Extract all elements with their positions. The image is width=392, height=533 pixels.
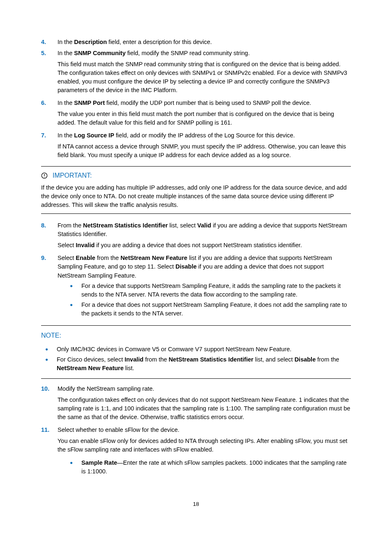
step-10: 10. Modify the NetStream sampling rate. bbox=[41, 385, 351, 393]
bullet-text: For Cisco devices, select Invalid from t… bbox=[57, 355, 351, 373]
step-5-number: 5. bbox=[41, 49, 58, 58]
step-5: 5. In the SNMP Community field, modify t… bbox=[41, 49, 351, 58]
important-box: IMPORTANT: If the device you are adding … bbox=[41, 166, 351, 214]
bullet-icon: ● bbox=[45, 355, 57, 364]
bold: Description bbox=[74, 39, 107, 45]
note-bullet-1: ● Only IMC/H3C devices in Comware V5 or … bbox=[45, 345, 351, 354]
text: field, modify the UDP port number that i… bbox=[105, 100, 311, 106]
step-7-text: In the Log Source IP field, add or modif… bbox=[58, 131, 351, 140]
text: From the bbox=[58, 222, 83, 229]
bold: Enable bbox=[76, 255, 95, 261]
step-7-paragraph: If NTA cannot access a device through SN… bbox=[58, 142, 351, 160]
text: list, and select bbox=[254, 356, 295, 363]
step-5-text: In the SNMP Community field, modify the … bbox=[58, 49, 351, 58]
text: —Enter the rate at which sFlow samples p… bbox=[81, 459, 347, 475]
important-body: If the device you are adding has multipl… bbox=[41, 183, 351, 209]
text: list, select bbox=[168, 222, 197, 229]
step-11-text: Select whether to enable sFlow for the d… bbox=[58, 426, 351, 434]
bullet-icon: ● bbox=[70, 282, 81, 291]
text: field, add or modify the IP address of t… bbox=[114, 132, 295, 139]
note-label: NOTE: bbox=[41, 331, 351, 340]
bold: Disable bbox=[175, 263, 197, 270]
bold: Valid bbox=[197, 222, 211, 229]
step-9-text: Select Enable from the NetStream New Fea… bbox=[58, 254, 351, 319]
step-8-number: 8. bbox=[41, 221, 58, 230]
step-6-paragraph: The value you enter in this field must m… bbox=[58, 110, 351, 127]
bullet-text: Only IMC/H3C devices in Comware V5 or Co… bbox=[57, 345, 351, 354]
note-box: NOTE: ● Only IMC/H3C devices in Comware … bbox=[41, 325, 351, 379]
step-11-number: 11. bbox=[41, 426, 58, 434]
text: list. bbox=[124, 365, 134, 371]
step-4-text: In the Description field, enter a descri… bbox=[58, 38, 351, 46]
text: field, modify the SNMP read community st… bbox=[126, 50, 250, 56]
step-11-bullet-1: ● Sample Rate—Enter the rate at which sF… bbox=[70, 459, 351, 476]
step-6-text: In the SNMP Port field, modify the UDP p… bbox=[58, 99, 351, 107]
step-8: 8. From the NetStream Statistics Identif… bbox=[41, 221, 351, 239]
text: In the bbox=[58, 100, 74, 106]
text: Select bbox=[58, 242, 76, 248]
step-5-paragraph: This field must match the SNMP read comm… bbox=[58, 60, 351, 95]
step-8-text: From the NetStream Statistics Identifier… bbox=[58, 221, 351, 239]
step-6: 6. In the SNMP Port field, modify the UD… bbox=[41, 99, 351, 107]
note-body: ● Only IMC/H3C devices in Comware V5 or … bbox=[41, 345, 351, 373]
note-bullet-2: ● For Cisco devices, select Invalid from… bbox=[45, 355, 351, 373]
text: For Cisco devices, select bbox=[57, 356, 125, 363]
bullet-icon: ● bbox=[45, 345, 57, 354]
step-10-paragraph: The configuration takes effect on only d… bbox=[58, 396, 351, 422]
step-11-bullets: ● Sample Rate—Enter the rate at which sF… bbox=[58, 459, 351, 476]
important-icon bbox=[41, 172, 53, 179]
text: Select bbox=[58, 255, 76, 261]
text: from the bbox=[143, 356, 168, 363]
important-label: IMPORTANT: bbox=[53, 171, 92, 180]
bullet-icon: ● bbox=[70, 301, 81, 310]
text: if you are adding a device that does not… bbox=[95, 242, 302, 248]
text: In the bbox=[58, 132, 74, 139]
step-8-paragraph: Select Invalid if you are adding a devic… bbox=[58, 241, 351, 250]
bullet-icon: ● bbox=[70, 459, 81, 468]
step-10-number: 10. bbox=[41, 385, 58, 393]
bold: SNMP Community bbox=[74, 50, 125, 56]
step-9: 9. Select Enable from the NetStream New … bbox=[41, 254, 351, 319]
step-10-text: Modify the NetStream sampling rate. bbox=[58, 385, 351, 393]
bold: Disable bbox=[295, 356, 316, 363]
bold: Invalid bbox=[125, 356, 143, 363]
bullet-text: Sample Rate—Enter the rate at which sFlo… bbox=[81, 459, 351, 476]
text: from the bbox=[316, 356, 339, 363]
step-6-number: 6. bbox=[41, 99, 58, 107]
bullet-text: For a device that supports NetStream Sam… bbox=[81, 282, 351, 299]
step-9-number: 9. bbox=[41, 254, 58, 262]
step-7-number: 7. bbox=[41, 131, 58, 140]
step-4: 4. In the Description field, enter a des… bbox=[41, 38, 351, 46]
bold: SNMP Port bbox=[74, 100, 105, 106]
bold: NetStream New Feature bbox=[57, 365, 124, 371]
bold: Invalid bbox=[76, 242, 95, 248]
step-9-bullet-1: ● For a device that supports NetStream S… bbox=[70, 282, 351, 299]
step-11: 11. Select whether to enable sFlow for t… bbox=[41, 426, 351, 434]
bold: NetStream Statistics Identifier bbox=[83, 222, 168, 229]
step-9-bullet-2: ● For a device that does not support Net… bbox=[70, 301, 351, 318]
step-4-number: 4. bbox=[41, 38, 58, 46]
bold: Sample Rate bbox=[81, 459, 117, 466]
page-number: 18 bbox=[0, 500, 392, 508]
svg-point-2 bbox=[44, 177, 44, 177]
text: In the bbox=[58, 50, 74, 56]
text: field, enter a description for this devi… bbox=[107, 39, 212, 45]
bold: NetStream New Feature bbox=[120, 255, 187, 261]
bold: Log Source IP bbox=[74, 132, 114, 139]
text: from the bbox=[95, 255, 120, 261]
text: In the bbox=[58, 39, 74, 45]
bullet-text: For a device that does not support NetSt… bbox=[81, 301, 351, 318]
important-header: IMPORTANT: bbox=[41, 171, 351, 180]
bold: NetStream Statistics Identifier bbox=[168, 356, 253, 363]
step-7: 7. In the Log Source IP field, add or mo… bbox=[41, 131, 351, 140]
step-11-paragraph: You can enable sFlow only for devices ad… bbox=[58, 437, 351, 454]
